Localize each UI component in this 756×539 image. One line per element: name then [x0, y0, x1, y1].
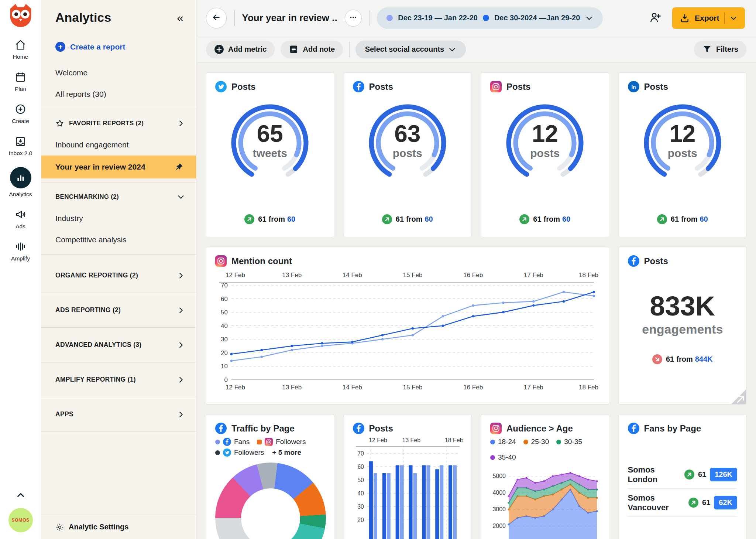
- nav-analytics-active[interactable]: Analytics: [9, 167, 32, 198]
- welcome-label: Welcome: [55, 68, 87, 77]
- legend-label: 30-35: [564, 438, 582, 446]
- legend-dot: [523, 440, 528, 444]
- gauge-center: 63 posts: [359, 122, 456, 160]
- back-button[interactable]: [206, 8, 227, 28]
- analytics-sidebar: Analytics « + Create a report Welcome Al…: [41, 0, 196, 539]
- svg-text:12 Feb: 12 Feb: [226, 272, 245, 279]
- svg-text:30: 30: [221, 336, 228, 343]
- sidebar-section-amplify-reporting[interactable]: AMPLIFY REPORTING (1): [41, 362, 196, 397]
- sidebar-collapse-button[interactable]: «: [177, 12, 183, 24]
- fans-row-somos-london[interactable]: Somos London 61 126K: [628, 461, 738, 489]
- delta-value: 61: [698, 470, 706, 479]
- baseline-link[interactable]: 60: [700, 215, 708, 224]
- fans-row-somos-vancouver[interactable]: Somos Vancouver 61 62K: [628, 489, 738, 517]
- benchmarking-header[interactable]: BENCHMARKING (2): [41, 186, 196, 208]
- favorite-reports-label: FAVORITE REPORTS (2): [69, 120, 144, 127]
- nav-home-label: Home: [13, 54, 28, 60]
- gauge-card-twitter-posts[interactable]: Posts 65 tweets 61from60: [206, 72, 334, 237]
- svg-text:16 Feb: 16 Feb: [463, 384, 483, 391]
- sidebar-section-advanced-analytics[interactable]: ADVANCED ANALYTICS (3): [41, 328, 196, 362]
- svg-text:50: 50: [357, 477, 364, 483]
- legend-row: Fans Followers: [215, 438, 325, 446]
- baseline-link[interactable]: 844K: [695, 355, 713, 364]
- nav-ads[interactable]: Ads: [14, 208, 27, 230]
- engagements-card[interactable]: Posts 833K engagements 61from844K: [619, 247, 747, 405]
- delta-value: 61: [666, 355, 674, 364]
- card-title: Audience > Age: [506, 423, 573, 434]
- resize-handle[interactable]: [731, 389, 746, 404]
- analytic-settings-link[interactable]: Analytic Settings: [41, 515, 196, 539]
- from-word: from: [269, 215, 285, 224]
- add-metric-button[interactable]: Add metric: [206, 41, 275, 58]
- export-button[interactable]: Export: [672, 7, 745, 29]
- sidebar-item-year-in-review[interactable]: Your year in review 2024: [41, 156, 196, 178]
- baseline-link[interactable]: 60: [562, 215, 570, 224]
- nav-create[interactable]: Create: [12, 103, 29, 124]
- pin-icon[interactable]: [175, 163, 183, 171]
- nav-inbox[interactable]: Inbox 2.0: [9, 135, 32, 157]
- person-add-icon: [649, 19, 662, 25]
- baseline-link[interactable]: 60: [425, 215, 433, 224]
- sidebar-item-competitive-analysis[interactable]: Competitive analysis: [41, 229, 196, 250]
- nav-plan[interactable]: Plan: [14, 71, 27, 92]
- legend-item-tw-followers: Followers: [215, 448, 264, 457]
- from-word: from: [406, 215, 422, 224]
- metric-value: 12: [496, 122, 593, 146]
- mention-count-card[interactable]: Mention count 12 Feb12 Feb13 Feb13 Feb14…: [206, 247, 609, 405]
- all-reports-label: All reports (30): [55, 90, 106, 99]
- metric-unit: engagements: [628, 322, 738, 337]
- svg-text:16 Feb: 16 Feb: [463, 272, 483, 279]
- traffic-by-page-card[interactable]: Traffic by Page Fans Followers: [206, 414, 334, 539]
- hootsuite-logo[interactable]: [8, 3, 33, 28]
- svg-text:20: 20: [221, 349, 228, 357]
- posts-bar-card[interactable]: Posts 12 Feb13 Feb18 Feb706050403020: [344, 414, 472, 539]
- more-options-button[interactable]: [345, 10, 362, 27]
- divider: [369, 10, 370, 26]
- sidebar-section-ads-reporting[interactable]: ADS REPORTING (2): [41, 293, 196, 328]
- legend-more-label[interactable]: + 5 more: [272, 448, 301, 457]
- date-range-selector[interactable]: Dec 23-19 — Jan 22-20 Dec 30-2024 —Jan 2…: [377, 7, 603, 29]
- ads-reporting-label: ADS REPORTING (2): [55, 306, 121, 314]
- gauge-card-facebook-posts[interactable]: Posts 63 posts 61from60: [344, 72, 472, 237]
- sidebar-item-industry[interactable]: Industry: [41, 208, 196, 229]
- nav-ads-label: Ads: [16, 223, 25, 230]
- plus-circle-icon: [14, 103, 27, 115]
- instagram-icon: [490, 81, 502, 92]
- card-title: Posts: [644, 256, 668, 266]
- user-avatar[interactable]: SOMOS: [8, 508, 33, 532]
- svg-text:0: 0: [224, 376, 228, 383]
- legend-row: 18-24 25-30 30-35 35-40: [490, 438, 600, 461]
- nav-amplify[interactable]: Amplify: [11, 240, 30, 262]
- baseline-link[interactable]: 60: [287, 215, 295, 224]
- plus-circle-icon: [214, 44, 224, 54]
- chevron-up-icon[interactable]: [15, 489, 26, 501]
- sidebar-item-all-reports[interactable]: All reports (30): [41, 83, 196, 105]
- add-note-button[interactable]: Add note: [281, 41, 343, 58]
- back-arrow-icon: [212, 13, 221, 23]
- gauge-card-instagram-posts[interactable]: Posts 12 posts 61from60: [481, 72, 609, 237]
- plus-icon: +: [55, 42, 65, 52]
- metric-unit: posts: [359, 147, 456, 160]
- share-report-button[interactable]: [648, 11, 663, 25]
- svg-text:17 Feb: 17 Feb: [524, 272, 543, 279]
- sidebar-section-apps[interactable]: APPS: [41, 397, 196, 432]
- create-report-link[interactable]: + Create a report: [55, 42, 182, 52]
- audience-age-card[interactable]: Audience > Age 18-24 25-30 30-35 35-40 5…: [481, 414, 609, 539]
- fans-by-page-card[interactable]: Fans by Page Somos London 61 126K Somos …: [619, 414, 747, 539]
- star-icon: [55, 119, 64, 128]
- legend-square: [257, 440, 262, 444]
- sidebar-item-welcome[interactable]: Welcome: [41, 62, 196, 83]
- trend-up-icon: [657, 214, 667, 224]
- sidebar-item-inbound-engagement[interactable]: Inbound engagement: [41, 134, 196, 156]
- favorite-reports-header[interactable]: FAVORITE REPORTS (2): [41, 113, 196, 134]
- organic-reporting-label: ORGANIC REPORTING (2): [55, 272, 138, 279]
- nav-home[interactable]: Home: [13, 38, 28, 60]
- select-social-accounts-dropdown[interactable]: Select social accounts: [355, 41, 466, 58]
- sidebar-section-organic-reporting[interactable]: ORGANIC REPORTING (2): [41, 258, 196, 293]
- legend-label: Followers: [276, 438, 306, 446]
- note-icon: [289, 44, 299, 54]
- from-word: from: [544, 215, 560, 224]
- filters-button[interactable]: Filters: [694, 41, 746, 58]
- gauge-card-linkedin-posts[interactable]: in Posts 12 posts 61from60: [619, 72, 747, 237]
- delta-text: 61from844K: [666, 355, 713, 364]
